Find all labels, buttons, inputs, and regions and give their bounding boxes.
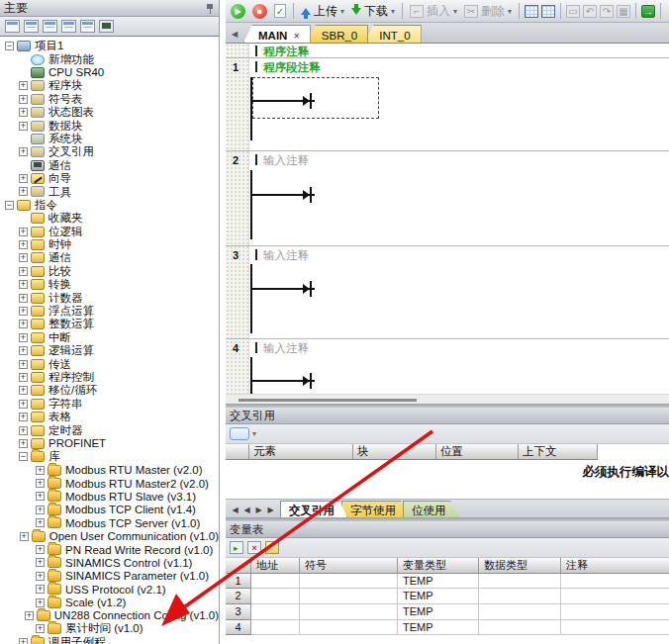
address-cell[interactable]: [251, 604, 300, 620]
tree-item[interactable]: 状态图表: [3, 106, 219, 119]
network-comment[interactable]: 程序段注释: [255, 60, 321, 75]
row-number[interactable]: 2: [226, 589, 251, 604]
select-icon[interactable]: [265, 541, 279, 554]
network-comment[interactable]: 输入注释: [255, 341, 309, 356]
tree-expander-icon[interactable]: [36, 572, 45, 581]
tree-expander-icon[interactable]: [36, 585, 45, 594]
address-cell[interactable]: [251, 574, 300, 590]
goto-icon[interactable]: →: [641, 5, 655, 18]
download-button[interactable]: 下载 ▾: [349, 2, 397, 21]
tree-expander-icon[interactable]: [19, 228, 28, 236]
tree-item[interactable]: 工具: [3, 185, 219, 198]
tree-expander-icon[interactable]: [19, 386, 28, 395]
column-header[interactable]: 元素: [249, 444, 353, 460]
tree-item[interactable]: 字符串: [3, 398, 219, 411]
tree-item[interactable]: 交叉引用: [3, 145, 219, 158]
tab-bit-usage[interactable]: 位使用: [403, 501, 459, 517]
tree-expander-icon[interactable]: [19, 439, 28, 448]
tree-expander-icon[interactable]: [19, 426, 28, 435]
tree-item[interactable]: Scale (v1.2): [3, 596, 219, 608]
comment-cell[interactable]: [561, 589, 669, 604]
var-type-cell[interactable]: TEMP: [398, 574, 479, 590]
tree-expander-icon[interactable]: [19, 360, 28, 369]
tree-item[interactable]: 转换: [3, 278, 219, 291]
tree-expander-icon[interactable]: [19, 174, 28, 183]
communication-view-icon[interactable]: [99, 20, 114, 33]
var-type-cell[interactable]: TEMP: [398, 589, 479, 604]
tree-expander-icon[interactable]: [25, 611, 34, 620]
run-button[interactable]: ▶: [229, 3, 247, 20]
tab-int0[interactable]: INT_0: [364, 25, 421, 43]
delete-row-icon[interactable]: [247, 541, 261, 554]
tree-expander-icon[interactable]: [5, 42, 14, 50]
symbol-cell[interactable]: [300, 574, 398, 590]
tree-item[interactable]: 通信: [3, 251, 219, 264]
pou-grid-icon[interactable]: [525, 5, 538, 18]
tree-item[interactable]: 浮点运算: [3, 305, 219, 318]
symbol-cell[interactable]: [300, 589, 398, 604]
tree-expander-icon[interactable]: [20, 532, 29, 541]
tree-item[interactable]: SINAMICS Parameter (v1.0): [3, 570, 219, 583]
network-2[interactable]: 2 输入注释: [226, 150, 669, 245]
tree-item[interactable]: 时钟: [3, 238, 219, 251]
horizontal-scrollbar[interactable]: [226, 394, 669, 404]
data-type-cell[interactable]: [479, 604, 561, 620]
tree-expander-icon[interactable]: [36, 479, 45, 488]
tree-item[interactable]: 符号表: [3, 93, 219, 106]
symbol-table-view-icon[interactable]: [43, 20, 57, 33]
tree-item[interactable]: 定时器: [3, 423, 219, 436]
column-header[interactable]: 位置: [436, 444, 519, 460]
delete-dropdown-icon[interactable]: ▾: [508, 7, 512, 16]
tree-expander-icon[interactable]: [19, 452, 28, 461]
tree-expander-icon[interactable]: [36, 492, 45, 501]
address-cell[interactable]: [251, 589, 300, 604]
status-chart-view-icon[interactable]: [61, 20, 76, 33]
tree-item[interactable]: CPU SR40: [3, 66, 219, 79]
tree-expander-icon[interactable]: [36, 518, 45, 527]
tree-item[interactable]: 移位/循环: [3, 384, 219, 397]
close-icon[interactable]: ×: [293, 30, 299, 42]
tree-expander-icon[interactable]: [19, 253, 28, 262]
network-comment[interactable]: 输入注释: [255, 248, 309, 263]
tree-expander-icon[interactable]: [19, 81, 28, 90]
tree-expander-icon[interactable]: [19, 638, 28, 644]
tree-expander-icon[interactable]: [19, 413, 28, 421]
redo-icon[interactable]: ↷: [600, 5, 614, 18]
bookmark-icon[interactable]: ▦: [617, 5, 630, 18]
undo-icon[interactable]: ↶: [583, 5, 597, 18]
column-header[interactable]: 符号: [300, 558, 398, 574]
address-cell[interactable]: [251, 620, 300, 636]
box-tool-icon[interactable]: ▭: [566, 5, 580, 18]
tree-item[interactable]: Modbus RTU Slave (v3.1): [3, 490, 219, 503]
tree-item[interactable]: 累计时间 (v1.0): [3, 622, 219, 635]
data-type-cell[interactable]: [479, 620, 561, 636]
tree-expander-icon[interactable]: [36, 598, 45, 607]
tree-expander-icon[interactable]: [19, 320, 28, 328]
stop-button[interactable]: ■: [250, 3, 269, 20]
tree-item[interactable]: 库: [3, 450, 219, 463]
comment-cell[interactable]: [561, 604, 669, 620]
tab-byte-usage[interactable]: 字节使用: [341, 501, 409, 517]
data-block-view-icon[interactable]: [80, 20, 95, 33]
column-header[interactable]: 变量类型: [398, 558, 479, 574]
tree-expander-icon[interactable]: [19, 373, 28, 382]
insert-button[interactable]: ⌐ 插入 ▾: [408, 2, 459, 21]
tab-main[interactable]: MAIN ×: [243, 25, 311, 43]
first-tab-icon[interactable]: ◀: [230, 506, 240, 514]
ladder-wire[interactable]: [250, 288, 315, 290]
tree-item[interactable]: Open User Communication (v1.0): [3, 529, 219, 542]
scrollbar-thumb[interactable]: [239, 399, 417, 402]
tree-item[interactable]: Modbus RTU Master2 (v2.0): [3, 477, 219, 490]
tree-item[interactable]: PN Read Write Record (v1.0): [3, 543, 219, 556]
tree-expander-icon[interactable]: [19, 307, 28, 316]
ladder-editor[interactable]: 程序注释 1 程序段注释 2 输入注释 3 输入注释 4 输入注释: [226, 44, 669, 404]
tree-item[interactable]: 系统块: [3, 133, 219, 145]
column-header[interactable]: 地址: [251, 558, 300, 574]
column-header[interactable]: 数据类型: [479, 558, 561, 574]
tree-item[interactable]: PROFINET: [3, 437, 219, 450]
tree-expander-icon[interactable]: [19, 267, 28, 276]
tab-sbr0[interactable]: SBR_0: [307, 25, 368, 43]
chart-view-icon[interactable]: [24, 20, 39, 33]
tree-item[interactable]: 比较: [3, 265, 219, 278]
tree-item[interactable]: SINAMICS Control (v1.1): [3, 556, 219, 569]
